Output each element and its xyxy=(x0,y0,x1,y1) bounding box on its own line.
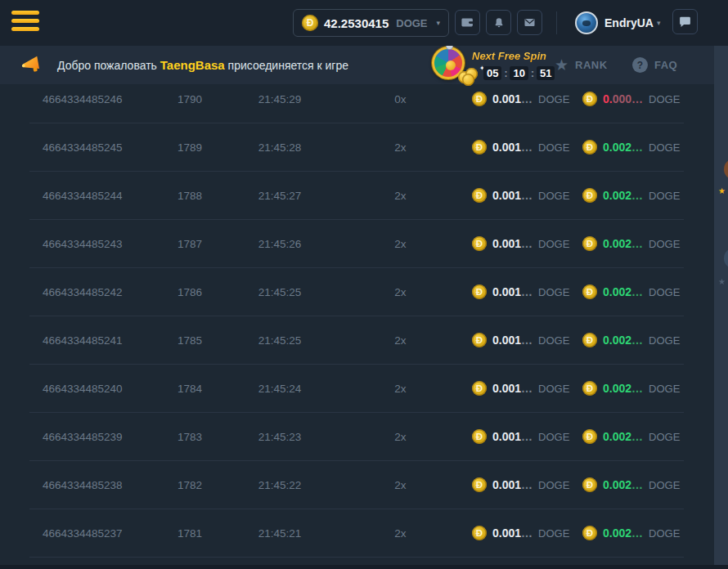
multiplier: 2x xyxy=(329,527,472,540)
bottom-divider xyxy=(0,565,728,569)
multiplier: 2x xyxy=(329,286,472,298)
free-spin-timer: 05 : 10 : 51 xyxy=(483,66,555,80)
topbar: Ð 42.2530415 DOGE ▾ EndryUA ▾ xyxy=(0,0,728,46)
bet-time: 21:45:23 xyxy=(231,431,329,443)
bet-time: 21:45:25 xyxy=(231,334,329,347)
profit-currency: DOGE xyxy=(649,479,680,491)
bet-amount: Ð 0.001… DOGE xyxy=(472,381,582,396)
doge-coin-icon: Ð xyxy=(472,526,487,540)
bet-currency: DOGE xyxy=(538,286,569,298)
profit-amount: Ð 0.002… DOGE xyxy=(582,477,689,492)
bet-time: 21:45:28 xyxy=(231,141,329,154)
balance-selector[interactable]: Ð 42.2530415 DOGE ▾ xyxy=(293,9,449,37)
doge-coin-icon: Ð xyxy=(582,429,597,444)
bet-time: 21:45:25 xyxy=(231,286,329,298)
round-number: 1782 xyxy=(149,479,231,491)
bet-id: 4664334485246 xyxy=(43,93,149,105)
bet-currency: DOGE xyxy=(538,479,569,491)
star-icon: ★ xyxy=(555,57,568,73)
user-avatar[interactable] xyxy=(575,11,598,34)
hamburger-menu-icon[interactable] xyxy=(11,11,39,31)
chevron-down-icon: ▾ xyxy=(657,19,661,27)
timer-minutes: 10 xyxy=(510,66,528,80)
messages-button[interactable] xyxy=(517,10,542,35)
wallet-icon xyxy=(461,16,474,29)
bet-value: 0.001… xyxy=(492,526,533,540)
bet-amount: Ð 0.001… DOGE xyxy=(472,140,582,155)
bet-value: 0.001… xyxy=(492,189,533,202)
table-row[interactable]: 4664334485241 1785 21:45:25 2x Ð 0.001… … xyxy=(0,316,714,365)
bet-amount: Ð 0.001… DOGE xyxy=(472,236,582,251)
profit-currency: DOGE xyxy=(649,238,680,250)
doge-coin-icon: Ð xyxy=(472,429,487,444)
notifications-button[interactable] xyxy=(486,10,511,35)
profit-value: 0.002… xyxy=(603,478,643,491)
timer-seconds: 51 xyxy=(537,66,555,80)
bet-currency: DOGE xyxy=(538,431,569,443)
doge-coin-icon: Ð xyxy=(582,381,597,396)
bets-table-wrap: 4664334485246 1790 21:45:29 0x Ð 0.001… … xyxy=(0,84,714,569)
bet-amount: Ð 0.001… DOGE xyxy=(472,477,582,492)
doge-coin-icon: Ð xyxy=(582,92,597,106)
doge-coin-icon: Ð xyxy=(472,477,487,492)
table-row[interactable]: 4664334485239 1783 21:45:23 2x Ð 0.001… … xyxy=(0,413,714,461)
profit-amount: Ð 0.002… DOGE xyxy=(582,284,689,299)
chevron-down-icon: ▾ xyxy=(437,19,441,27)
doge-coin-icon: Ð xyxy=(472,92,487,106)
profit-value: 0.000… xyxy=(603,92,643,105)
bet-amount: Ð 0.001… DOGE xyxy=(472,92,582,106)
rank-menu-item[interactable]: ★ RANK xyxy=(555,46,608,84)
multiplier: 2x xyxy=(329,238,472,250)
round-number: 1786 xyxy=(149,286,231,298)
profit-amount: Ð 0.002… DOGE xyxy=(582,381,689,396)
doge-coin-icon: Ð xyxy=(582,236,597,251)
doge-coin-icon: Ð xyxy=(582,284,597,299)
profit-amount: Ð 0.002… DOGE xyxy=(582,333,689,347)
bet-value: 0.001… xyxy=(492,334,533,347)
bet-time: 21:45:27 xyxy=(231,190,329,202)
table-row[interactable]: 4664334485240 1784 21:45:24 2x Ð 0.001… … xyxy=(0,365,714,413)
question-mark-icon: ? xyxy=(632,57,648,73)
hamburger-bar xyxy=(11,19,39,23)
bet-currency: DOGE xyxy=(538,141,569,154)
chat-avatar xyxy=(724,248,728,269)
bet-id: 4664334485242 xyxy=(43,286,149,298)
bet-value: 0.001… xyxy=(492,430,533,443)
round-number: 1788 xyxy=(149,190,231,202)
announcement-text: Добро пожаловать TaengBasa присоединяетс… xyxy=(57,46,348,84)
bet-value: 0.001… xyxy=(492,478,533,491)
table-row[interactable]: 4664334485242 1786 21:45:25 2x Ð 0.001… … xyxy=(0,268,714,316)
table-row[interactable]: 4664334485245 1789 21:45:28 2x Ð 0.001… … xyxy=(0,123,714,172)
chat-panel-edge[interactable]: ★ ★ xyxy=(714,46,728,569)
wallet-button[interactable] xyxy=(455,10,480,35)
bet-id: 4664334485237 xyxy=(43,527,149,540)
bet-amount: Ð 0.001… DOGE xyxy=(472,284,582,299)
username[interactable]: EndryUA xyxy=(604,16,654,29)
profit-amount: Ð 0.002… DOGE xyxy=(582,236,689,251)
table-row[interactable]: 4664334485246 1790 21:45:29 0x Ð 0.001… … xyxy=(0,84,714,123)
table-row[interactable]: 4664334485243 1787 21:45:26 2x Ð 0.001… … xyxy=(0,220,714,268)
round-number: 1787 xyxy=(149,238,231,250)
timer-hours: 05 xyxy=(483,66,501,80)
balance-amount: 42.2530415 xyxy=(324,16,389,30)
table-row[interactable]: 4664334485237 1781 21:45:21 2x Ð 0.001… … xyxy=(0,509,714,558)
free-spin-widget[interactable]: ✦ Next Free Spin 05 : 10 : 51 xyxy=(431,46,546,84)
table-row[interactable]: 4664334485238 1782 21:45:22 2x Ð 0.001… … xyxy=(0,461,714,509)
multiplier: 2x xyxy=(329,141,472,154)
bet-currency: DOGE xyxy=(538,190,569,202)
profit-currency: DOGE xyxy=(649,334,680,347)
table-row[interactable]: 4664334485244 1788 21:45:27 2x Ð 0.001… … xyxy=(0,172,714,220)
multiplier: 2x xyxy=(329,190,472,202)
announcement-banner: Добро пожаловать TaengBasa присоединяетс… xyxy=(0,46,714,84)
announcement-username[interactable]: TaengBasa xyxy=(160,58,225,72)
bet-time: 21:45:22 xyxy=(231,479,329,491)
doge-coin-icon: Ð xyxy=(472,381,487,396)
doge-coin-icon: Ð xyxy=(582,140,597,155)
bet-id: 4664334485239 xyxy=(43,431,149,443)
faq-label: FAQ xyxy=(654,59,677,71)
balance-currency: DOGE xyxy=(396,17,427,29)
profit-amount: Ð 0.002… DOGE xyxy=(582,140,689,155)
faq-menu-item[interactable]: ? FAQ xyxy=(632,46,677,84)
chat-toggle-button[interactable] xyxy=(672,9,698,34)
bet-currency: DOGE xyxy=(538,93,569,105)
